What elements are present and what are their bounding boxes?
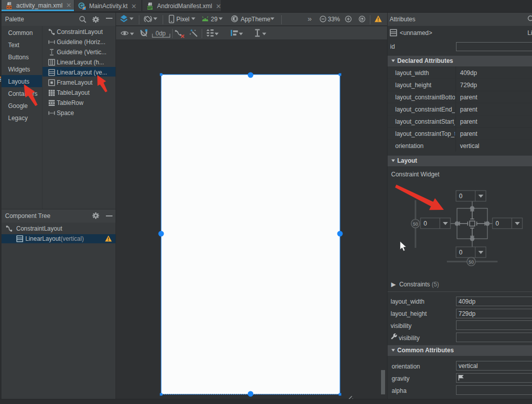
svg-text:MF: MF <box>147 6 152 10</box>
svg-text:0: 0 <box>459 193 463 200</box>
svg-text:50: 50 <box>469 260 474 265</box>
svg-text:<>: <> <box>7 5 12 10</box>
svg-text:0: 0 <box>496 220 499 227</box>
svg-text:50: 50 <box>413 222 418 227</box>
svg-text:0: 0 <box>424 220 427 227</box>
svg-text:0: 0 <box>459 249 463 256</box>
